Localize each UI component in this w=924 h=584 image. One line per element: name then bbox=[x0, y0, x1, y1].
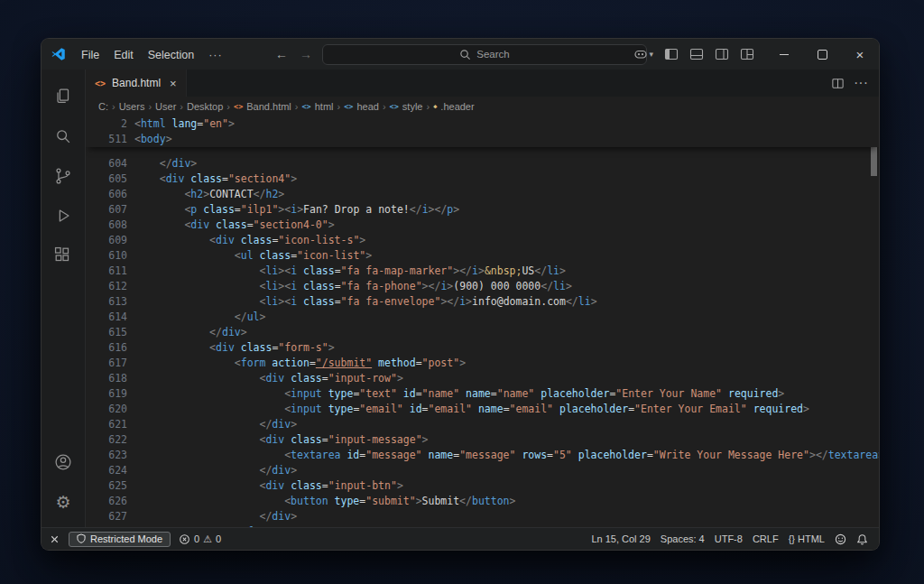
code-line-617[interactable]: 617 <form action="/submit" method="post"… bbox=[86, 356, 879, 371]
maximize-button[interactable] bbox=[803, 39, 841, 70]
notifications-bell[interactable] bbox=[856, 533, 868, 545]
editor-more-actions-button[interactable]: ··· bbox=[854, 75, 868, 91]
menu-file[interactable]: File bbox=[74, 46, 106, 64]
line-number: 511 bbox=[86, 132, 127, 147]
tab-band-html[interactable]: <> Band.html × bbox=[86, 70, 187, 97]
back-button[interactable]: ← bbox=[273, 47, 290, 61]
code-text: <input type="text" id="name" name="name"… bbox=[127, 386, 784, 402]
search-sidebar-icon[interactable] bbox=[42, 116, 85, 156]
desktop-background: FileEditSelection··· ← → Search bbox=[0, 0, 924, 584]
code-line-511[interactable]: 511<body> bbox=[86, 132, 879, 147]
code-text: <textarea id="message" name="message" ro… bbox=[127, 448, 879, 463]
code-line-628[interactable]: 628 </form> bbox=[86, 524, 879, 527]
menu-selection[interactable]: Selection bbox=[141, 46, 201, 64]
breadcrumb-item-header[interactable]: ◆.header bbox=[433, 101, 475, 112]
code-line-610[interactable]: 610 <ul class="icon-list"> bbox=[86, 248, 879, 264]
toggle-panel-button[interactable] bbox=[684, 39, 709, 70]
code-line-606[interactable]: 606 <h2>CONTACT</h2> bbox=[86, 187, 879, 202]
breadcrumb-item-user[interactable]: User bbox=[155, 101, 176, 112]
customize-layout-button[interactable] bbox=[735, 39, 760, 70]
breadcrumb-item-desktop[interactable]: Desktop bbox=[187, 101, 223, 112]
code-editor[interactable]: 2<html lang="en">511<body> 604 </div>605… bbox=[86, 116, 879, 527]
error-count: 0 bbox=[194, 533, 199, 544]
code-line-611[interactable]: 611 <li><i class="fa fa-map-marker"></i>… bbox=[86, 264, 879, 279]
title-bar-right: ▾ bbox=[628, 39, 879, 70]
breadcrumb-item-html[interactable]: <>html bbox=[301, 101, 333, 112]
menu-overflow[interactable]: ··· bbox=[201, 46, 230, 64]
shield-icon bbox=[77, 533, 86, 543]
restricted-mode-badge[interactable]: Restricted Mode bbox=[69, 532, 171, 547]
breadcrumb-item-style[interactable]: <>style bbox=[390, 101, 423, 112]
account-icon[interactable] bbox=[42, 442, 85, 482]
forward-button[interactable]: → bbox=[298, 47, 314, 61]
code-line-622[interactable]: 622 <div class="input-message"> bbox=[86, 432, 879, 448]
problems-indicator[interactable]: 0 ⚠ 0 bbox=[179, 533, 221, 545]
extensions-icon[interactable] bbox=[42, 236, 85, 275]
code-line-615[interactable]: 615 </div> bbox=[86, 325, 879, 340]
line-number: 2 bbox=[86, 116, 127, 132]
layout-sidebar-right-icon bbox=[715, 47, 729, 61]
code-text: </div> bbox=[127, 463, 297, 478]
close-button[interactable]: × bbox=[841, 39, 879, 70]
code-line-616[interactable]: 616 <div class="form-s"> bbox=[86, 340, 879, 356]
code-line-626[interactable]: 626 <button type="submit">Submit</button… bbox=[86, 494, 879, 509]
code-line-614[interactable]: 614 </ul> bbox=[86, 310, 879, 325]
code-line-604[interactable]: 604 </div> bbox=[86, 156, 879, 171]
tab-close-icon[interactable]: × bbox=[170, 77, 177, 90]
code-text: <div class="input-btn"> bbox=[127, 478, 403, 494]
code-line-624[interactable]: 624 </div> bbox=[86, 463, 879, 478]
code-line-625[interactable]: 625 <div class="input-btn"> bbox=[86, 478, 879, 494]
breadcrumb-separator: › bbox=[147, 101, 152, 112]
language-mode[interactable]: {} HTML bbox=[789, 533, 825, 544]
layout-customize-icon bbox=[740, 47, 754, 61]
code-line-608[interactable]: 608 <div class="section4-0"> bbox=[86, 218, 879, 233]
code-text: <html lang="en"> bbox=[127, 116, 235, 132]
menu-edit[interactable]: Edit bbox=[106, 46, 141, 64]
code-line-2[interactable]: 2<html lang="en"> bbox=[86, 116, 879, 132]
code-line-605[interactable]: 605 <div class="section4"> bbox=[86, 171, 879, 187]
symbol-element-icon: <> bbox=[344, 102, 353, 111]
source-control-icon[interactable] bbox=[42, 156, 85, 196]
minimize-button[interactable] bbox=[765, 39, 803, 70]
feedback-button[interactable] bbox=[835, 533, 846, 545]
editor-scrollbar[interactable] bbox=[868, 116, 879, 527]
cursor-position[interactable]: Ln 15, Col 29 bbox=[591, 533, 650, 544]
title-bar[interactable]: FileEditSelection··· ← → Search bbox=[42, 39, 879, 70]
code-line-619[interactable]: 619 <input type="text" id="name" name="n… bbox=[86, 386, 879, 402]
line-number: 615 bbox=[86, 325, 127, 340]
code-line-612[interactable]: 612 <li><i class="fa fa-phone"></i>(900)… bbox=[86, 279, 879, 294]
breadcrumb-item-users[interactable]: Users bbox=[119, 101, 145, 112]
code-line-609[interactable]: 609 <div class="icon-list-s"> bbox=[86, 233, 879, 248]
breadcrumb-separator: › bbox=[226, 101, 231, 112]
run-debug-icon[interactable] bbox=[42, 196, 85, 236]
copilot-button[interactable]: ▾ bbox=[628, 39, 659, 70]
eol-indicator[interactable]: CRLF bbox=[753, 533, 779, 544]
search-box[interactable]: Search bbox=[322, 44, 647, 65]
breadcrumb-separator: › bbox=[111, 101, 116, 112]
breadcrumb-item-c[interactable]: C: bbox=[98, 101, 108, 112]
breadcrumb-item-head[interactable]: <>head bbox=[344, 101, 379, 112]
explorer-icon[interactable] bbox=[42, 77, 85, 116]
code-line-623[interactable]: 623 <textarea id="message" name="message… bbox=[86, 448, 879, 463]
code-text: <div class="form-s"> bbox=[127, 340, 335, 356]
code-line-607[interactable]: 607 <p class="ilp1"><i>Fan? Drop a note!… bbox=[86, 202, 879, 218]
indentation-indicator[interactable]: Spaces: 4 bbox=[661, 533, 705, 544]
code-line-618[interactable]: 618 <div class="input-row"> bbox=[86, 371, 879, 386]
code-line-620[interactable]: 620 <input type="email" id="email" name=… bbox=[86, 402, 879, 417]
warning-icon: ⚠ bbox=[203, 533, 212, 545]
code-text: </div> bbox=[127, 509, 297, 524]
split-editor-button[interactable] bbox=[831, 77, 845, 90]
breadcrumb-item-band-html[interactable]: <>Band.html bbox=[234, 101, 291, 112]
toggle-primary-sidebar-button[interactable] bbox=[659, 39, 684, 70]
code-line-621[interactable]: 621 </div> bbox=[86, 417, 879, 432]
remote-indicator[interactable] bbox=[49, 533, 60, 545]
code-text: </div> bbox=[127, 325, 247, 340]
line-number: 626 bbox=[86, 494, 127, 509]
settings-gear-icon[interactable]: ⚙ bbox=[42, 482, 85, 522]
chevron-down-icon: ▾ bbox=[649, 50, 653, 59]
code-line-627[interactable]: 627 </div> bbox=[86, 509, 879, 524]
search-icon bbox=[459, 49, 471, 60]
toggle-secondary-sidebar-button[interactable] bbox=[709, 39, 735, 70]
code-line-613[interactable]: 613 <li><i class="fa fa-envelope"></i>in… bbox=[86, 294, 879, 310]
encoding-indicator[interactable]: UTF-8 bbox=[715, 533, 743, 544]
